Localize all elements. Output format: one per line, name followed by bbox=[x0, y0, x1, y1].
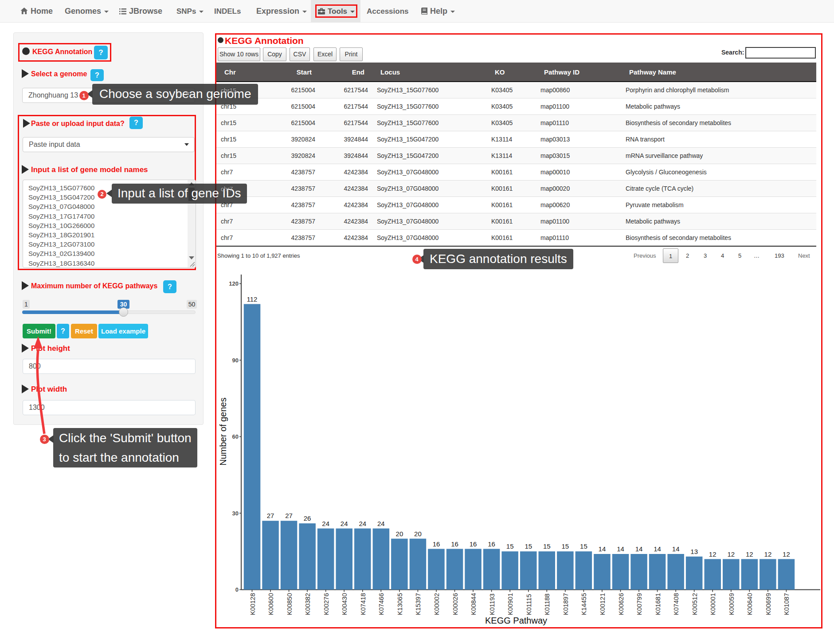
svg-text:24: 24 bbox=[377, 520, 385, 527]
svg-text:14: 14 bbox=[617, 545, 624, 553]
svg-text:24: 24 bbox=[322, 520, 329, 527]
svg-text:12: 12 bbox=[746, 550, 753, 558]
svg-text:K00640: K00640 bbox=[746, 593, 753, 615]
svg-text:K14455: K14455 bbox=[580, 593, 587, 615]
svg-text:K07466: K07466 bbox=[378, 593, 385, 615]
svg-text:26: 26 bbox=[304, 514, 311, 522]
svg-text:K07408: K07408 bbox=[673, 593, 680, 615]
svg-text:12: 12 bbox=[727, 550, 735, 558]
svg-text:K00002: K00002 bbox=[433, 593, 440, 615]
svg-text:K00121: K00121 bbox=[599, 593, 606, 615]
svg-text:13: 13 bbox=[690, 548, 698, 555]
svg-text:16: 16 bbox=[451, 540, 458, 548]
svg-text:K01193: K01193 bbox=[489, 593, 496, 615]
svg-text:15: 15 bbox=[580, 542, 587, 550]
svg-text:K00430: K00430 bbox=[341, 593, 348, 615]
svg-text:15: 15 bbox=[506, 542, 514, 550]
svg-text:27: 27 bbox=[285, 512, 293, 519]
svg-text:16: 16 bbox=[488, 540, 495, 548]
svg-text:K00799: K00799 bbox=[636, 593, 643, 615]
svg-text:KEGG Pathway: KEGG Pathway bbox=[485, 616, 547, 625]
svg-text:27: 27 bbox=[267, 512, 274, 519]
svg-text:K00850: K00850 bbox=[286, 593, 293, 615]
svg-text:Number of genes: Number of genes bbox=[218, 397, 228, 465]
svg-text:K00844: K00844 bbox=[470, 593, 477, 615]
svg-text:24: 24 bbox=[359, 520, 366, 527]
svg-text:15: 15 bbox=[525, 542, 532, 550]
svg-text:15: 15 bbox=[561, 542, 569, 550]
svg-text:K07418: K07418 bbox=[360, 593, 367, 615]
svg-text:12: 12 bbox=[709, 550, 717, 558]
svg-text:K00059: K00059 bbox=[728, 593, 735, 615]
svg-text:14: 14 bbox=[599, 545, 606, 553]
svg-text:90: 90 bbox=[232, 357, 239, 364]
svg-text:20: 20 bbox=[414, 530, 422, 538]
svg-text:15: 15 bbox=[543, 542, 551, 550]
svg-text:K00276: K00276 bbox=[323, 593, 330, 615]
svg-text:K15397: K15397 bbox=[415, 593, 422, 615]
svg-text:K01188: K01188 bbox=[544, 593, 551, 615]
svg-text:16: 16 bbox=[470, 540, 477, 548]
svg-text:60: 60 bbox=[232, 433, 239, 440]
svg-text:112: 112 bbox=[247, 295, 258, 303]
svg-text:12: 12 bbox=[783, 550, 790, 558]
svg-text:14: 14 bbox=[654, 545, 661, 553]
svg-text:K00626: K00626 bbox=[618, 593, 625, 615]
svg-text:K00699: K00699 bbox=[765, 593, 772, 615]
svg-text:12: 12 bbox=[764, 550, 772, 558]
svg-text:K00128: K00128 bbox=[249, 593, 256, 615]
svg-text:K01681: K01681 bbox=[654, 593, 662, 615]
svg-text:K00901: K00901 bbox=[507, 593, 514, 615]
svg-text:0: 0 bbox=[235, 586, 239, 593]
svg-text:K00001: K00001 bbox=[709, 593, 717, 615]
svg-text:24: 24 bbox=[341, 520, 348, 527]
svg-text:K00026: K00026 bbox=[452, 593, 459, 615]
svg-text:20: 20 bbox=[396, 530, 403, 538]
svg-text:14: 14 bbox=[672, 545, 680, 553]
svg-text:16: 16 bbox=[433, 540, 440, 548]
svg-text:K01087: K01087 bbox=[783, 593, 790, 615]
svg-text:14: 14 bbox=[635, 545, 643, 553]
svg-text:K01897: K01897 bbox=[562, 593, 569, 615]
svg-text:K13065: K13065 bbox=[396, 593, 403, 615]
svg-text:K00382: K00382 bbox=[304, 593, 311, 615]
svg-text:K01115: K01115 bbox=[525, 594, 533, 615]
svg-text:K00600: K00600 bbox=[267, 593, 274, 615]
svg-text:120: 120 bbox=[229, 280, 239, 287]
svg-text:30: 30 bbox=[232, 510, 239, 517]
svg-text:K00512: K00512 bbox=[691, 593, 698, 615]
